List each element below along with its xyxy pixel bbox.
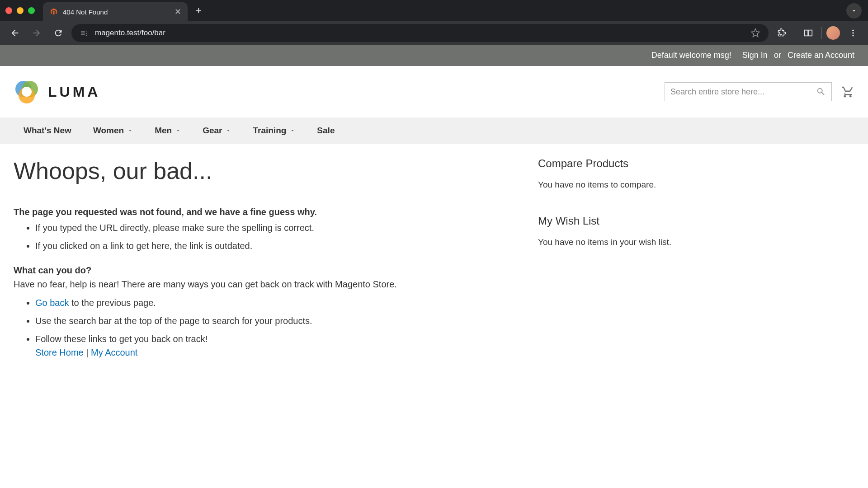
browser-toolbar: magento.test/foo/bar [0, 21, 868, 45]
chevron-down-icon [175, 128, 181, 133]
compare-empty: You have no items to compare. [538, 180, 705, 190]
help-intro: Have no fear, help is near! There are ma… [14, 279, 511, 290]
toolbar-separator [821, 27, 822, 39]
menu-icon[interactable] [844, 24, 862, 42]
extensions-icon[interactable] [773, 24, 790, 42]
reading-list-icon[interactable] [800, 24, 817, 42]
toolbar-separator [795, 27, 795, 39]
cart-icon[interactable] [841, 85, 854, 99]
maximize-window-button[interactable] [28, 7, 35, 14]
nav-label: Men [155, 126, 172, 136]
nav-gear[interactable]: Gear [192, 117, 242, 144]
browser-chrome: 404 Not Found ✕ + magento.test/foo/bar [0, 0, 868, 45]
site-info-icon[interactable] [80, 28, 89, 38]
header-main: LUMA [0, 66, 868, 117]
header-actions [665, 82, 854, 101]
my-account-link[interactable]: My Account [91, 347, 137, 357]
bookmark-icon[interactable] [750, 28, 760, 38]
back-button[interactable] [6, 24, 24, 42]
help-item: Use the search bar at the top of the pag… [35, 314, 511, 328]
go-back-text: to the previous page. [69, 298, 156, 308]
logo-text: LUMA [48, 84, 100, 100]
search-wrapper [665, 82, 832, 101]
close-window-button[interactable] [5, 7, 12, 14]
window-controls [5, 7, 35, 14]
browser-tab[interactable]: 404 Not Found ✕ [43, 2, 188, 21]
profile-avatar[interactable] [826, 26, 840, 40]
logo[interactable]: LUMA [14, 79, 100, 105]
close-tab-icon[interactable]: ✕ [175, 7, 181, 17]
tabs-dropdown-button[interactable] [846, 3, 862, 19]
create-account-link[interactable]: Create an Account [788, 51, 854, 60]
svg-point-6 [22, 87, 32, 97]
what-can-you-do-heading: What can you do? [14, 265, 511, 276]
follow-links-text: Follow these links to get you back on tr… [35, 334, 208, 344]
chevron-down-icon [226, 128, 231, 133]
luma-logo-icon [14, 79, 40, 105]
nav-label: Gear [203, 126, 222, 136]
compare-title: Compare Products [538, 157, 705, 170]
nav-label: Sale [317, 126, 335, 136]
or-separator: or [774, 51, 781, 60]
what-can-you-do-body: Have no fear, help is near! There are ma… [14, 279, 511, 359]
nav-label: Training [253, 126, 286, 136]
nav-sale[interactable]: Sale [306, 117, 345, 144]
error-reason-item: If you typed the URL directly, please ma… [35, 221, 511, 235]
error-reason-heading: The page you requested was not found, an… [14, 207, 511, 217]
main-column: Whoops, our bad... The page you requeste… [14, 157, 511, 372]
nav-training[interactable]: Training [242, 117, 306, 144]
search-input[interactable] [670, 87, 816, 97]
chevron-down-icon [290, 128, 295, 133]
go-back-link[interactable]: Go back [35, 298, 69, 308]
nav-label: What's New [24, 126, 71, 136]
welcome-message: Default welcome msg! [651, 51, 731, 60]
svg-point-0 [852, 30, 854, 31]
compare-block: Compare Products You have no items to co… [538, 157, 705, 190]
nav-label: Women [93, 126, 124, 136]
page-content: Default welcome msg! Sign In or Create a… [0, 45, 868, 488]
new-tab-button[interactable]: + [196, 5, 202, 17]
nav-whats-new[interactable]: What's New [13, 117, 82, 144]
help-item: Go back to the previous page. [35, 296, 511, 310]
tab-bar: 404 Not Found ✕ + [0, 0, 868, 21]
tab-title: 404 Not Found [63, 8, 170, 16]
panel-header: Default welcome msg! Sign In or Create a… [0, 45, 868, 66]
error-reason-list: If you typed the URL directly, please ma… [14, 221, 511, 253]
reload-button[interactable] [50, 24, 67, 42]
nav-men[interactable]: Men [144, 117, 192, 144]
wishlist-block: My Wish List You have no items in your w… [538, 215, 705, 247]
forward-button[interactable] [28, 24, 45, 42]
chevron-down-icon [127, 128, 133, 133]
main-wrapper: Whoops, our bad... The page you requeste… [0, 144, 868, 385]
link-separator: | [84, 347, 91, 357]
svg-point-2 [852, 35, 854, 36]
sign-in-link[interactable]: Sign In [742, 51, 768, 60]
search-icon[interactable] [816, 87, 826, 97]
magento-favicon-icon [49, 7, 58, 16]
address-bar[interactable]: magento.test/foo/bar [71, 24, 769, 42]
help-item: Follow these links to get you back on tr… [35, 332, 511, 359]
minimize-window-button[interactable] [17, 7, 24, 14]
wishlist-title: My Wish List [538, 215, 705, 227]
sidebar: Compare Products You have no items to co… [538, 157, 705, 372]
svg-point-1 [852, 32, 854, 33]
main-nav: What's New Women Men Gear Training [0, 117, 868, 144]
nav-women[interactable]: Women [82, 117, 144, 144]
page-title: Whoops, our bad... [14, 157, 511, 184]
store-home-link[interactable]: Store Home [35, 347, 84, 357]
url-text: magento.test/foo/bar [95, 28, 744, 38]
wishlist-empty: You have no items in your wish list. [538, 237, 705, 247]
error-reason-item: If you clicked on a link to get here, th… [35, 239, 511, 253]
